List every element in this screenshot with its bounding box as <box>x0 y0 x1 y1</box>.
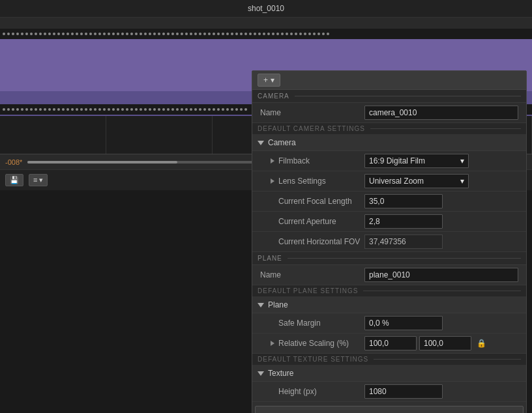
safe-margin-value <box>364 316 518 330</box>
camera-name-value <box>364 106 518 120</box>
camera-section-header: CAMERA <box>252 90 526 103</box>
plane-triangle-icon <box>258 303 264 307</box>
focal-length-row: Current Focal Length <box>252 192 526 212</box>
lens-settings-label: Lens Settings <box>278 177 326 186</box>
plane-name-row: Name <box>252 265 526 285</box>
add-button[interactable]: + ▾ <box>258 74 280 87</box>
fov-label: Current Horizontal FOV <box>278 237 360 246</box>
default-texture-label: DEFAULT TEXTURE SETTINGS <box>258 356 368 363</box>
lens-settings-value: Universal Zoom ▾ <box>364 174 518 188</box>
plane-name-label: Name <box>260 270 364 279</box>
fov-value: 37,497356 <box>364 235 518 249</box>
cell-2 <box>106 116 213 154</box>
lens-expand-icon <box>271 178 274 184</box>
plane-section-header: PLANE <box>252 252 526 265</box>
camera-plane-panel: + ▾ CAMERA Name DEFAULT CAMERA SETTINGS … <box>252 70 527 413</box>
aperture-label: Current Aperture <box>278 217 336 226</box>
filmback-dropdown-arrow: ▾ <box>460 156 464 165</box>
shot-label: shot_0010 <box>0 0 532 17</box>
scaling-x-input[interactable] <box>364 336 417 350</box>
texture-subsection[interactable]: Texture <box>252 365 526 382</box>
create-btn-container: Create a new camera and its plane <box>252 402 526 413</box>
fov-readonly: 37,497356 <box>364 235 443 249</box>
plane-header-label: PLANE <box>258 255 282 262</box>
camera-triangle-icon <box>258 141 264 145</box>
relative-scaling-value: 🔒 <box>364 336 518 350</box>
height-value <box>364 384 518 399</box>
relative-scaling-row: Relative Scaling (%) 🔒 <box>252 334 526 354</box>
height-input[interactable] <box>364 384 443 399</box>
panel-header: + ▾ <box>252 71 526 90</box>
add-icon: + <box>263 76 268 85</box>
filmback-value: 16:9 Digital Film ▾ <box>364 154 518 168</box>
plane-subsection[interactable]: Plane <box>252 297 526 313</box>
filmback-dropdown[interactable]: 16:9 Digital Film ▾ <box>364 154 469 168</box>
safe-margin-label: Safe Margin <box>278 319 321 328</box>
sort-button[interactable]: ≡ ▾ <box>29 174 48 186</box>
height-label: Height (px) <box>278 387 317 396</box>
lock-icon[interactable]: 🔒 <box>477 339 486 348</box>
timeline-track-1 <box>0 17 532 29</box>
camera-subsection[interactable]: Camera <box>252 135 526 151</box>
aperture-input[interactable] <box>364 214 443 229</box>
plane-name-input[interactable] <box>364 268 518 282</box>
lens-dropdown-arrow: ▾ <box>460 177 464 186</box>
texture-subsection-label: Texture <box>268 369 293 378</box>
camera-name-row: Name <box>252 103 526 123</box>
create-camera-button[interactable]: Create a new camera and its plane <box>255 406 524 413</box>
filmback-label: Filmback <box>278 156 310 165</box>
cell-1 <box>0 116 106 154</box>
filmback-dropdown-text: 16:9 Digital Film <box>369 156 425 165</box>
safe-margin-input[interactable] <box>364 316 443 330</box>
default-plane-label: DEFAULT PLANE SETTINGS <box>258 287 358 294</box>
scaling-inputs: 🔒 <box>364 336 518 350</box>
lens-dropdown[interactable]: Universal Zoom ▾ <box>364 174 469 188</box>
add-dropdown-arrow: ▾ <box>271 76 274 85</box>
relative-scaling-label: Relative Scaling (%) <box>278 339 349 348</box>
default-texture-settings-header: DEFAULT TEXTURE SETTINGS <box>252 354 526 365</box>
safe-margin-row: Safe Margin <box>252 313 526 334</box>
focal-length-value <box>364 194 518 208</box>
default-camera-label: DEFAULT CAMERA SETTINGS <box>258 125 365 132</box>
focal-length-input[interactable] <box>364 194 443 208</box>
ruler-marker: -008* <box>5 158 22 166</box>
lens-dropdown-text: Universal Zoom <box>369 177 424 186</box>
camera-header-label: CAMERA <box>258 93 289 100</box>
fov-row: Current Horizontal FOV 37,497356 <box>252 232 526 252</box>
aperture-row: Current Aperture <box>252 212 526 232</box>
scaling-y-input[interactable] <box>419 336 471 350</box>
filmback-expand-icon <box>271 158 274 164</box>
scaling-expand-icon <box>271 341 274 346</box>
focal-length-label: Current Focal Length <box>278 197 352 206</box>
save-button[interactable]: 💾 <box>5 174 23 186</box>
camera-subsection-label: Camera <box>268 138 296 147</box>
default-plane-settings-header: DEFAULT PLANE SETTINGS <box>252 285 526 297</box>
texture-triangle-icon <box>258 371 264 376</box>
aperture-value <box>364 214 518 229</box>
plane-subsection-label: Plane <box>268 300 288 309</box>
filmback-row: Filmback 16:9 Digital Film ▾ <box>252 151 526 171</box>
height-row: Height (px) <box>252 382 526 402</box>
lens-settings-row: Lens Settings Universal Zoom ▾ <box>252 171 526 192</box>
dots-row-top <box>0 29 532 39</box>
camera-name-input[interactable] <box>364 106 518 120</box>
plane-name-value <box>364 268 518 282</box>
plane-section: PLANE Name DEFAULT PLANE SETTINGS Plane … <box>252 252 526 413</box>
camera-name-label: Name <box>260 108 364 117</box>
default-camera-settings-header: DEFAULT CAMERA SETTINGS <box>252 123 526 135</box>
